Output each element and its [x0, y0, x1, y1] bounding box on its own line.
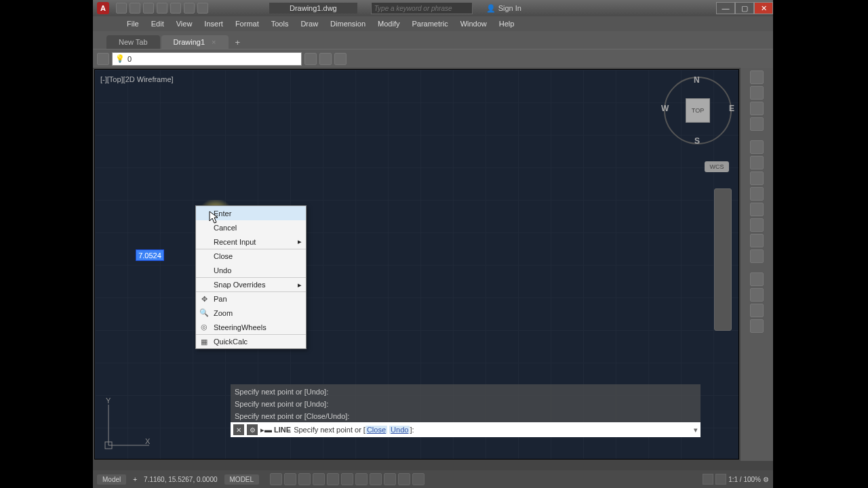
ctx-undo[interactable]: Undo: [196, 263, 306, 277]
drawing-canvas[interactable]: [-][Top][2D Wireframe] 7.0524 N S W E TO…: [94, 69, 739, 460]
qat-redo-icon[interactable]: [197, 3, 208, 14]
viewcube-east[interactable]: E: [729, 104, 734, 113]
qat-save-icon[interactable]: [143, 3, 154, 14]
viewcube-west[interactable]: W: [661, 104, 669, 113]
ortho-toggle-icon[interactable]: [298, 473, 311, 485]
layer-tool-3-icon[interactable]: [334, 53, 347, 65]
qat-undo-icon[interactable]: [184, 3, 195, 14]
ctx-quickcalc[interactable]: ▦QuickCalc: [196, 334, 306, 348]
dynamic-ucs-icon[interactable]: [398, 473, 410, 485]
tool-move-icon[interactable]: [750, 140, 764, 154]
close-button[interactable]: ✕: [754, 2, 773, 14]
menu-parametric[interactable]: Parametric: [412, 20, 448, 28]
ctx-snap-overrides[interactable]: Snap Overrides▸: [196, 277, 306, 291]
tool-arc-icon[interactable]: [750, 117, 764, 131]
command-line[interactable]: ✕ ⚙ ▸▬ LINE Specify next point or [ Clos…: [231, 422, 701, 437]
customize-icon[interactable]: ⚙: [763, 476, 769, 483]
tool-trim-icon[interactable]: [750, 234, 764, 247]
menu-edit[interactable]: Edit: [151, 20, 164, 28]
cycling-toggle-icon[interactable]: [384, 473, 396, 485]
osnap-toggle-icon[interactable]: [327, 473, 339, 485]
qat-saveas-icon[interactable]: [157, 3, 167, 14]
otrack-toggle-icon[interactable]: [341, 473, 353, 485]
menu-format[interactable]: Format: [235, 20, 259, 28]
qat-new-icon[interactable]: [116, 3, 127, 14]
document-title: Drawing1.dwg: [269, 3, 357, 14]
navigation-bar[interactable]: [714, 188, 732, 331]
tool-circle-icon[interactable]: [750, 102, 764, 115]
tab-drawing1[interactable]: Drawing1×: [161, 35, 229, 49]
tool-line-icon[interactable]: [750, 70, 764, 84]
app-logo-icon[interactable]: A: [97, 2, 109, 14]
ctx-steeringwheels[interactable]: ◎SteeringWheels: [196, 320, 306, 334]
menu-tools[interactable]: Tools: [271, 20, 289, 28]
chevron-right-icon: ▸: [298, 281, 302, 289]
tool-erase-icon[interactable]: [750, 249, 764, 263]
tool-copy-icon[interactable]: [750, 156, 764, 169]
ctx-close[interactable]: Close: [196, 249, 306, 263]
file-tabs: New Tab Drawing1× +: [93, 31, 773, 49]
cmdline-dropdown-icon[interactable]: ▾: [694, 426, 698, 434]
space-indicator[interactable]: MODEL: [224, 474, 260, 485]
qat-open-icon[interactable]: [130, 3, 140, 14]
wcs-badge[interactable]: WCS: [705, 161, 729, 172]
scale-readout[interactable]: 1:1 / 100%: [728, 476, 761, 483]
menu-view[interactable]: View: [176, 20, 193, 28]
cmdline-close-icon[interactable]: ✕: [233, 424, 244, 435]
coordinates-readout: 7.1160, 15.5267, 0.0000: [144, 476, 217, 483]
transparency-toggle-icon[interactable]: [370, 473, 382, 485]
layout-add-icon[interactable]: +: [133, 476, 137, 483]
tool-text-icon[interactable]: [750, 319, 764, 333]
tool-hatch-icon[interactable]: [750, 272, 764, 286]
cmd-option-close[interactable]: Close: [366, 426, 387, 434]
layer-tool-2-icon[interactable]: [319, 53, 332, 65]
layer-dropdown[interactable]: 💡 0: [112, 52, 302, 66]
tool-mirror-icon[interactable]: [750, 203, 764, 216]
snap-toggle-icon[interactable]: [284, 473, 296, 485]
viewcube-north[interactable]: N: [694, 75, 700, 85]
menu-window[interactable]: Window: [460, 20, 487, 28]
tool-block-icon[interactable]: [750, 288, 764, 302]
ctx-pan[interactable]: ✥Pan: [196, 291, 306, 306]
help-search-input[interactable]: [371, 2, 473, 14]
menu-modify[interactable]: Modify: [378, 20, 399, 28]
annotation-scale-icon[interactable]: [703, 474, 713, 485]
polar-toggle-icon[interactable]: [313, 473, 325, 485]
ctx-recent-input[interactable]: Recent Input▸: [196, 235, 306, 249]
menu-insert[interactable]: Insert: [204, 20, 223, 28]
cmd-option-undo[interactable]: Undo: [389, 426, 410, 434]
qat-plot-icon[interactable]: [170, 3, 181, 14]
cmdline-config-icon[interactable]: ⚙: [247, 424, 258, 435]
ctx-cancel[interactable]: Cancel: [196, 220, 306, 235]
dynamic-input[interactable]: 7.0524: [136, 249, 164, 261]
layer-manager-icon[interactable]: [97, 53, 109, 65]
ctx-zoom[interactable]: 🔍Zoom: [196, 306, 306, 320]
tab-add-button[interactable]: +: [230, 36, 246, 49]
viewcube-south[interactable]: S: [694, 136, 700, 146]
tool-rotate-icon[interactable]: [750, 187, 764, 201]
menu-file[interactable]: File: [127, 20, 139, 28]
signin-button[interactable]: 👤 Sign In: [486, 4, 521, 13]
tool-polyline-icon[interactable]: [750, 86, 764, 100]
grid-toggle-icon[interactable]: [270, 473, 282, 485]
tool-scale-icon[interactable]: [750, 218, 764, 232]
menu-draw[interactable]: Draw: [300, 20, 318, 28]
command-area: Specify next point or [Undo]: Specify ne…: [231, 384, 701, 437]
menu-dimension[interactable]: Dimension: [330, 20, 366, 28]
viewcube[interactable]: N S W E TOP: [664, 77, 732, 144]
tab-new[interactable]: New Tab: [106, 35, 160, 49]
tab-close-icon[interactable]: ×: [212, 38, 216, 46]
maximize-button[interactable]: ▢: [735, 2, 754, 14]
ctx-enter[interactable]: Enter: [196, 206, 306, 220]
menubar: File Edit View Insert Format Tools Draw …: [93, 16, 773, 31]
dyn-input-toggle-icon[interactable]: [412, 473, 425, 485]
model-tab-button[interactable]: Model: [97, 474, 126, 485]
lineweight-toggle-icon[interactable]: [355, 473, 368, 485]
workspace-switch-icon[interactable]: [715, 474, 726, 485]
minimize-button[interactable]: —: [716, 2, 735, 14]
layer-tool-1-icon[interactable]: [304, 53, 317, 65]
menu-help[interactable]: Help: [499, 20, 515, 28]
tool-measure-icon[interactable]: [750, 304, 764, 317]
tool-stretch-icon[interactable]: [750, 171, 764, 185]
viewcube-top[interactable]: TOP: [686, 98, 710, 123]
